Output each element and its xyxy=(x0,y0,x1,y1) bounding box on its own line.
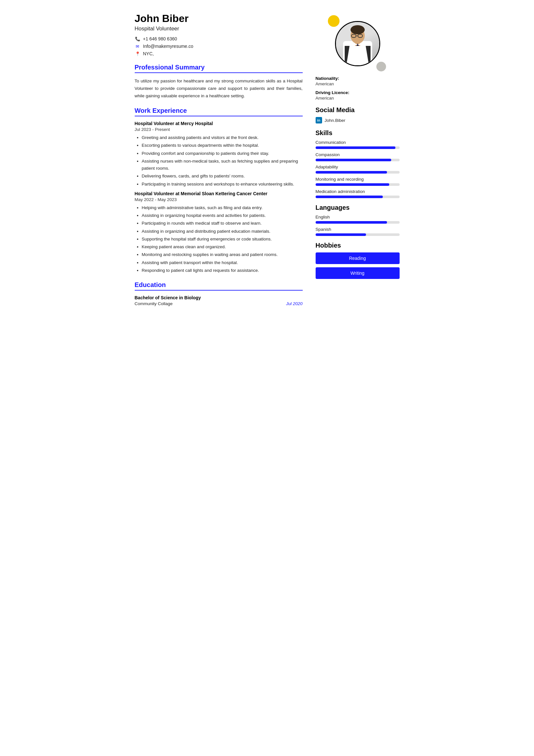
skill-bar-bg-0 xyxy=(316,147,400,149)
work-experience-title: Work Experience xyxy=(135,107,303,114)
lang-bar-bg-0 xyxy=(316,221,400,224)
applicant-name: John Biber xyxy=(135,13,303,24)
skills-title: Skills xyxy=(316,129,400,137)
skill-bar-fill-2 xyxy=(316,171,387,174)
lang-bar-bg-1 xyxy=(316,233,400,236)
contact-info: 📞 +1 646 980 6360 ✉ Info@makemyresume.co… xyxy=(135,36,303,57)
edu-date: Jul 2020 xyxy=(286,301,302,306)
list-item: Delivering flowers, cards, and gifts to … xyxy=(142,173,303,180)
skill-bar-bg-4 xyxy=(316,196,400,198)
education-title: Education xyxy=(135,281,303,289)
linkedin-handle: John.Biber xyxy=(325,118,346,123)
right-column: Nationality: American Driving Licence: A… xyxy=(316,13,400,306)
phone-text: +1 646 980 6360 xyxy=(143,36,177,41)
languages-title: Languages xyxy=(316,204,400,211)
skill-bar-bg-2 xyxy=(316,171,400,174)
location-item: 📍 NYC, xyxy=(135,51,303,57)
lang-item-0: English xyxy=(316,215,400,224)
education-divider xyxy=(135,290,303,290)
list-item: Participating in training sessions and w… xyxy=(142,181,303,188)
skill-item-0: Communication xyxy=(316,140,400,149)
job-2-title: Hospital Volunteer at Memorial Sloan Ket… xyxy=(135,191,303,196)
skill-item-4: Medication administration xyxy=(316,189,400,198)
resume-container: John Biber Hospital Volunteer 📞 +1 646 9… xyxy=(135,13,400,306)
list-item: Keeping patient areas clean and organize… xyxy=(142,243,303,251)
edu-school: Community Collage xyxy=(135,301,173,306)
list-item: Supporting the hospital staff during eme… xyxy=(142,236,303,243)
social-media-title: Social Media xyxy=(316,106,400,114)
skill-name-1: Compassion xyxy=(316,152,400,157)
skill-bar-fill-1 xyxy=(316,159,391,161)
location-text: NYC, xyxy=(143,51,154,56)
email-icon: ✉ xyxy=(135,43,140,49)
phone-item: 📞 +1 646 980 6360 xyxy=(135,36,303,42)
lang-name-1: Spanish xyxy=(316,227,400,232)
edu-row: Community Collage Jul 2020 xyxy=(135,301,303,306)
skill-name-2: Adaptability xyxy=(316,165,400,169)
list-item: Helping with administrative tasks, such … xyxy=(142,204,303,211)
hobby-reading-button[interactable]: Reading xyxy=(316,253,400,264)
skill-bar-bg-1 xyxy=(316,159,400,161)
phone-icon: 📞 xyxy=(135,36,140,42)
person-svg xyxy=(337,22,379,65)
skill-name-0: Communication xyxy=(316,140,400,145)
list-item: Participating in rounds with medical sta… xyxy=(142,220,303,227)
job-2-bullets: Helping with administrative tasks, such … xyxy=(135,204,303,274)
lang-name-0: English xyxy=(316,215,400,220)
skill-item-3: Monitoring and recording xyxy=(316,177,400,186)
list-item: Assisting in organizing hospital events … xyxy=(142,212,303,219)
applicant-title: Hospital Volunteer xyxy=(135,26,303,32)
list-item: Responding to patient call lights and re… xyxy=(142,267,303,274)
driving-value: American xyxy=(316,96,400,100)
list-item: Greeting and assisting patients and visi… xyxy=(142,134,303,141)
nationality-value: American xyxy=(316,81,400,86)
job-2-dates: May 2022 - May 2023 xyxy=(135,197,303,202)
edu-degree: Bachelor of Science in Biology xyxy=(135,295,303,300)
summary-title: Professional Summary xyxy=(135,64,303,71)
linkedin-item: in John.Biber xyxy=(316,117,400,123)
skill-item-2: Adaptability xyxy=(316,165,400,174)
skill-bar-fill-4 xyxy=(316,196,383,198)
driving-label: Driving Licence: xyxy=(316,90,400,95)
list-item: Assisting nurses with non-medical tasks,… xyxy=(142,158,303,172)
linkedin-icon: in xyxy=(316,117,322,123)
summary-divider xyxy=(135,72,303,73)
photo-placeholder xyxy=(336,22,379,65)
lang-bar-fill-0 xyxy=(316,221,387,224)
skill-item-1: Compassion xyxy=(316,152,400,161)
list-item: Providing comfort and companionship to p… xyxy=(142,150,303,157)
work-experience-divider xyxy=(135,116,303,116)
summary-text: To utilize my passion for healthcare and… xyxy=(135,78,303,100)
photo-container xyxy=(316,18,400,69)
lang-item-1: Spanish xyxy=(316,227,400,236)
list-item: Escorting patients to various department… xyxy=(142,142,303,149)
languages-list: English Spanish xyxy=(316,215,400,236)
skills-list: Communication Compassion Adaptability Mo… xyxy=(316,140,400,198)
svg-point-2 xyxy=(350,25,365,34)
list-item: Assisting with patient transport within … xyxy=(142,259,303,266)
skill-bar-bg-3 xyxy=(316,183,400,186)
yellow-dot-decoration xyxy=(328,15,340,27)
hobby-writing-button[interactable]: Writing xyxy=(316,267,400,279)
photo-decoration xyxy=(332,18,383,69)
left-column: John Biber Hospital Volunteer 📞 +1 646 9… xyxy=(135,13,303,306)
skill-bar-fill-0 xyxy=(316,147,395,149)
email-text: Info@makemyresume.co xyxy=(143,44,193,49)
lang-bar-fill-1 xyxy=(316,233,366,236)
list-item: Assisting in organizing and distributing… xyxy=(142,228,303,235)
gray-dot-decoration xyxy=(376,62,386,71)
hobbies-title: Hobbies xyxy=(316,242,400,249)
avatar xyxy=(335,21,380,66)
job-1-dates: Jul 2023 - Present xyxy=(135,127,303,132)
job-1-bullets: Greeting and assisting patients and visi… xyxy=(135,134,303,188)
email-item: ✉ Info@makemyresume.co xyxy=(135,43,303,49)
job-1-title: Hospital Volunteer at Mercy Hospital xyxy=(135,121,303,126)
nationality-label: Nationality: xyxy=(316,76,400,81)
list-item: Monitoring and restocking supplies in wa… xyxy=(142,251,303,258)
location-icon: 📍 xyxy=(135,51,140,57)
skill-bar-fill-3 xyxy=(316,183,390,186)
skill-name-3: Monitoring and recording xyxy=(316,177,400,182)
skill-name-4: Medication administration xyxy=(316,189,400,194)
